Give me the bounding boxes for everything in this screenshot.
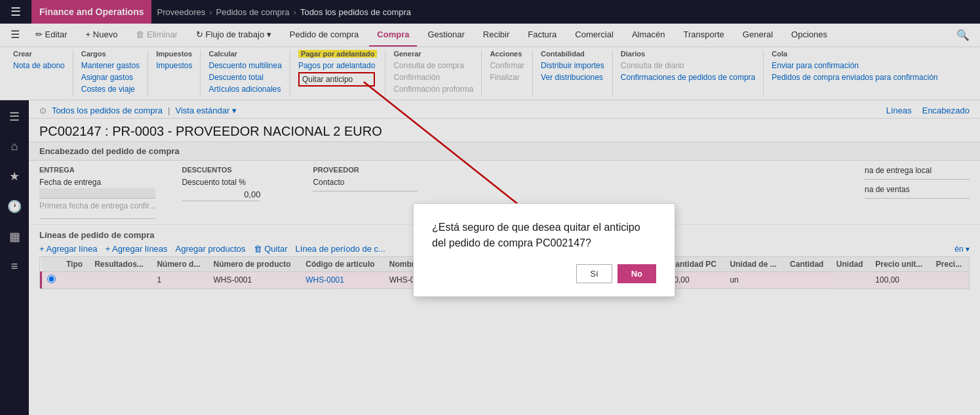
dialog-overlay: ¿Está seguro de que desea quitar el anti… [0, 0, 980, 415]
dialog-box: ¿Está seguro de que desea quitar el anti… [413, 203, 675, 297]
dialog-btn-si[interactable]: Sí [576, 264, 612, 283]
dialog-buttons: Sí No [432, 264, 656, 283]
dialog-btn-no[interactable]: No [617, 264, 656, 283]
dialog-text: ¿Está seguro de que desea quitar el anti… [432, 220, 656, 251]
